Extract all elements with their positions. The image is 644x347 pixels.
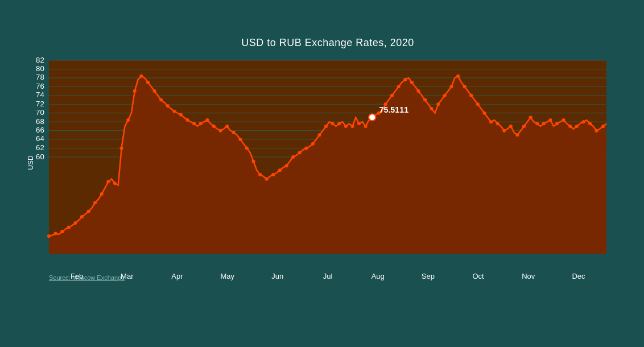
svg-point-77: [476, 102, 480, 106]
svg-point-12: [47, 234, 51, 238]
svg-point-73: [449, 85, 453, 88]
svg-point-74: [456, 75, 460, 78]
svg-text:74: 74: [36, 90, 44, 99]
svg-point-80: [496, 122, 499, 125]
svg-point-40: [232, 131, 236, 134]
svg-point-81: [502, 129, 506, 133]
tooltip-dot: [369, 114, 375, 121]
svg-text:78: 78: [36, 73, 44, 81]
svg-text:70: 70: [36, 108, 44, 117]
svg-point-53: [317, 133, 321, 137]
svg-point-30: [166, 104, 170, 108]
svg-point-35: [199, 122, 203, 125]
chart-container: USD to RUB Exchange Rates, 2020 USD 82 8…: [15, 20, 629, 327]
svg-point-47: [278, 168, 282, 172]
tooltip-value: 75.5111: [379, 105, 409, 114]
x-label-sep: Sep: [403, 272, 453, 280]
svg-point-58: [350, 125, 354, 128]
svg-point-86: [535, 122, 539, 125]
svg-point-89: [555, 122, 559, 125]
svg-point-36: [205, 118, 209, 122]
svg-point-22: [113, 181, 117, 185]
svg-point-28: [152, 89, 156, 93]
svg-point-70: [430, 107, 434, 110]
svg-point-94: [588, 122, 592, 125]
svg-point-42: [245, 147, 249, 150]
svg-point-93: [581, 120, 585, 123]
svg-point-65: [397, 85, 401, 88]
svg-point-85: [529, 115, 532, 119]
svg-point-66: [403, 78, 407, 81]
svg-point-87: [542, 122, 546, 125]
svg-point-69: [423, 98, 427, 102]
x-label-nov: Nov: [503, 272, 554, 280]
svg-point-18: [87, 210, 90, 213]
svg-point-64: [390, 94, 394, 97]
y-axis-label: USD: [27, 155, 35, 170]
svg-point-26: [139, 75, 143, 78]
svg-point-39: [225, 125, 229, 128]
svg-point-71: [436, 102, 440, 106]
svg-point-44: [258, 173, 262, 176]
svg-point-50: [298, 151, 302, 154]
svg-point-55: [331, 122, 335, 125]
svg-point-16: [73, 221, 77, 225]
svg-point-20: [100, 192, 104, 196]
svg-point-83: [515, 133, 519, 137]
svg-point-84: [522, 125, 526, 128]
svg-text:60: 60: [36, 152, 44, 161]
x-label-aug: Aug: [353, 272, 403, 280]
svg-point-29: [159, 98, 163, 102]
svg-point-68: [416, 89, 420, 93]
svg-point-48: [284, 164, 288, 167]
svg-point-17: [80, 215, 84, 218]
svg-text:68: 68: [36, 117, 44, 126]
x-label-jul: Jul: [303, 272, 353, 280]
svg-text:66: 66: [36, 126, 44, 134]
x-label-apr: Apr: [152, 272, 202, 280]
svg-point-67: [410, 81, 414, 84]
svg-point-51: [304, 147, 308, 150]
svg-point-14: [60, 230, 64, 233]
svg-point-15: [67, 226, 71, 229]
chart-area: 82 80 78 76 74 72: [49, 60, 606, 265]
svg-text:76: 76: [36, 82, 44, 90]
svg-point-41: [238, 138, 242, 141]
svg-text:82: 82: [36, 56, 44, 64]
svg-point-57: [344, 125, 348, 128]
svg-point-19: [93, 201, 97, 204]
svg-point-95: [595, 129, 598, 133]
svg-point-76: [469, 94, 473, 97]
svg-point-24: [126, 118, 130, 122]
svg-point-88: [548, 118, 552, 122]
svg-point-79: [489, 120, 493, 123]
svg-point-60: [364, 125, 368, 128]
svg-point-32: [179, 113, 183, 117]
svg-point-23: [120, 147, 123, 150]
svg-point-49: [291, 155, 295, 159]
svg-point-43: [251, 160, 255, 163]
x-label-oct: Oct: [453, 272, 503, 280]
x-label-jun: Jun: [253, 272, 303, 280]
x-label-may: May: [203, 272, 253, 280]
x-label-feb: Feb: [52, 272, 102, 280]
svg-point-91: [568, 125, 572, 128]
x-label-dec: Dec: [554, 272, 604, 280]
svg-text:64: 64: [36, 134, 44, 143]
svg-text:62: 62: [36, 143, 44, 152]
svg-text:80: 80: [36, 64, 44, 73]
svg-point-90: [562, 118, 565, 122]
chart-title: USD to RUB Exchange Rates, 2020: [49, 37, 606, 49]
svg-point-31: [172, 110, 176, 113]
svg-point-37: [212, 125, 216, 128]
svg-point-52: [311, 142, 315, 146]
svg-text:72: 72: [36, 100, 44, 108]
svg-point-27: [146, 81, 150, 84]
svg-point-56: [337, 122, 341, 125]
svg-point-78: [482, 111, 486, 115]
svg-point-75: [463, 85, 467, 88]
svg-point-82: [509, 125, 513, 128]
svg-point-21: [106, 180, 110, 183]
svg-point-38: [218, 129, 222, 133]
x-label-mar: Mar: [102, 272, 152, 280]
